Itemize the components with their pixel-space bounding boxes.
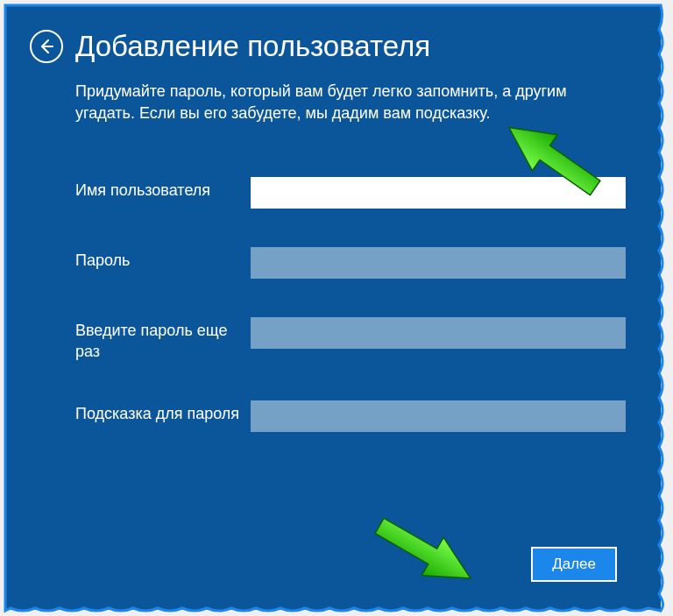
label-password-confirm: Введите пароль еще раз	[75, 317, 251, 362]
next-button[interactable]: Далее	[531, 547, 617, 582]
label-password: Пароль	[75, 247, 251, 271]
password-confirm-input[interactable]	[251, 317, 626, 349]
description-text: Придумайте пароль, который вам будет лег…	[75, 81, 626, 124]
label-username: Имя пользователя	[75, 177, 251, 201]
row-password-confirm: Введите пароль еще раз	[75, 317, 626, 362]
add-user-panel: Добавление пользователя Придумайте парол…	[5, 5, 661, 610]
row-username: Имя пользователя	[75, 177, 626, 209]
label-hint: Подсказка для пароля	[75, 400, 251, 424]
page-title: Добавление пользователя	[75, 30, 430, 63]
row-password: Пароль	[75, 247, 626, 279]
form: Имя пользователя Пароль Введите пароль е…	[75, 177, 626, 432]
back-button[interactable]	[30, 30, 63, 63]
row-hint: Подсказка для пароля	[75, 400, 626, 432]
username-input[interactable]	[251, 177, 626, 209]
arrow-left-icon	[38, 38, 55, 55]
footer: Далее	[531, 547, 617, 582]
password-input[interactable]	[251, 247, 626, 279]
hint-input[interactable]	[251, 400, 626, 432]
header: Добавление пользователя	[30, 30, 626, 63]
